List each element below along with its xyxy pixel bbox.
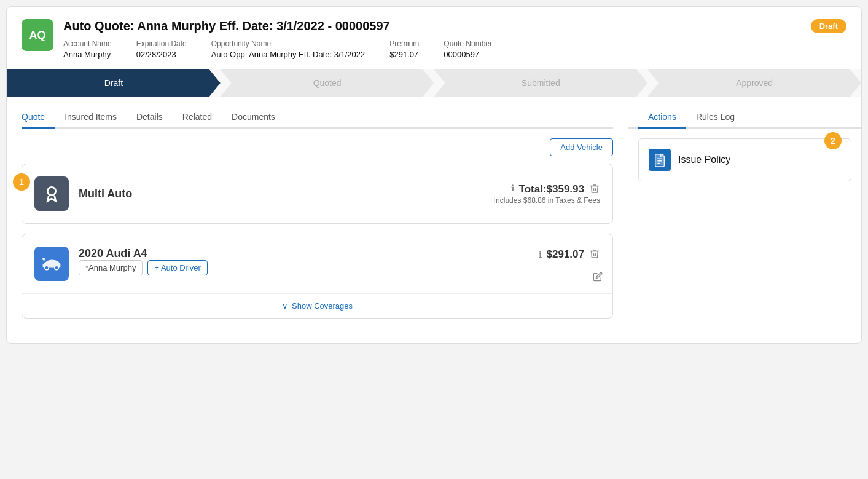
- multi-auto-name: Multi Auto: [79, 188, 484, 200]
- show-coverages-label: Show Coverages: [292, 301, 353, 311]
- audi-icon: [34, 247, 69, 281]
- step-2-badge: 2: [824, 132, 842, 149]
- audi-amount: $291.07: [547, 248, 584, 261]
- issue-policy-button[interactable]: Issue Policy: [638, 138, 851, 181]
- tab-actions[interactable]: Actions: [638, 107, 686, 129]
- multi-auto-header: Multi Auto ℹ Total:$359.93: [22, 164, 612, 223]
- issue-policy-label: Issue Policy: [678, 154, 730, 165]
- svg-point-2: [45, 266, 49, 269]
- multi-auto-total-area: ℹ Total:$359.93 Includes $: [494, 183, 600, 205]
- quote-number-field: Quote Number 00000597: [444, 39, 492, 59]
- tab-details[interactable]: Details: [127, 107, 173, 129]
- right-tabs: Actions Rules Log: [628, 97, 861, 129]
- svg-rect-4: [42, 258, 44, 259]
- page-wrapper: AQ Auto Quote: Anna Murphy Eff. Date: 3/…: [6, 6, 862, 344]
- account-name-label: Account Name: [63, 39, 112, 48]
- progress-bar: Draft Quoted Submitted Approved: [7, 69, 861, 97]
- svg-rect-5: [655, 154, 665, 165]
- audi-name: 2020 Audi A4: [79, 247, 529, 260]
- progress-step-draft[interactable]: Draft: [7, 69, 221, 97]
- expiration-date-field: Expiration Date 02/28/2023: [136, 39, 187, 59]
- header: AQ Auto Quote: Anna Murphy Eff. Date: 3/…: [7, 7, 861, 69]
- expiration-date-value: 02/28/2023: [136, 50, 176, 59]
- audi-header: 2020 Audi A4 *Anna Murphy + Auto Driver …: [22, 234, 612, 293]
- header-fields: Account Name Anna Murphy Expiration Date…: [63, 39, 801, 59]
- audi-info: 2020 Audi A4 *Anna Murphy + Auto Driver: [79, 247, 529, 280]
- svg-point-3: [55, 266, 58, 269]
- account-name-field: Account Name Anna Murphy: [63, 39, 112, 59]
- draft-status-badge: Draft: [811, 19, 846, 33]
- multi-auto-total: Total:$359.93: [519, 183, 584, 196]
- main-layout: Quote Insured Items Details Related Docu…: [7, 97, 861, 343]
- multi-auto-taxes: Includes $68.86 in Taxes & Fees: [494, 196, 600, 205]
- multi-auto-card-wrapper: 1 Multi Auto ℹ: [22, 164, 613, 224]
- multi-auto-delete-icon[interactable]: [589, 183, 600, 196]
- right-panel-content: 2 Issue Policy: [628, 129, 861, 191]
- progress-step-quoted[interactable]: Quoted: [221, 69, 434, 97]
- audi-amount-area: ℹ $291.07: [539, 248, 600, 280]
- premium-field: Premium $291.07: [389, 39, 419, 59]
- right-panel: Actions Rules Log 2: [628, 97, 861, 343]
- issue-policy-icon: [649, 149, 671, 171]
- quote-number-label: Quote Number: [444, 39, 492, 48]
- multi-auto-card: Multi Auto ℹ Total:$359.93: [22, 164, 613, 224]
- add-vehicle-button[interactable]: Add Vehicle: [550, 138, 613, 156]
- issue-policy-wrapper: 2 Issue Policy: [638, 138, 851, 181]
- tab-insured-items[interactable]: Insured Items: [55, 107, 127, 129]
- opportunity-name-label: Opportunity Name: [211, 39, 366, 48]
- progress-step-approved[interactable]: Approved: [647, 69, 861, 97]
- add-vehicle-row: Add Vehicle: [22, 138, 613, 156]
- add-auto-driver-tag[interactable]: + Auto Driver: [147, 260, 208, 275]
- premium-label: Premium: [389, 39, 419, 48]
- premium-value: $291.07: [389, 50, 418, 59]
- page-title: Auto Quote: Anna Murphy Eff. Date: 3/1/2…: [63, 19, 801, 33]
- multi-auto-icon: [34, 176, 69, 211]
- main-content: Quote Insured Items Details Related Docu…: [7, 97, 628, 343]
- show-coverages-button[interactable]: ∨ Show Coverages: [22, 293, 612, 318]
- tab-related[interactable]: Related: [173, 107, 222, 129]
- account-name-value: Anna Murphy: [63, 50, 111, 59]
- car-icon: [42, 254, 61, 274]
- audi-info-icon[interactable]: ℹ: [539, 250, 542, 259]
- tab-quote[interactable]: Quote: [22, 107, 55, 129]
- header-info: Auto Quote: Anna Murphy Eff. Date: 3/1/2…: [63, 19, 801, 59]
- svg-point-0: [47, 187, 55, 195]
- aq-badge: AQ: [22, 19, 53, 51]
- chevron-down-icon: ∨: [282, 301, 288, 311]
- tab-rules-log[interactable]: Rules Log: [686, 107, 745, 129]
- award-icon: [42, 184, 61, 204]
- audi-delete-icon[interactable]: [589, 248, 600, 261]
- audi-tags: *Anna Murphy + Auto Driver: [79, 260, 529, 275]
- driver-tag-anna[interactable]: *Anna Murphy: [79, 260, 143, 275]
- step-1-badge: 1: [13, 173, 30, 191]
- tab-documents[interactable]: Documents: [222, 107, 285, 129]
- progress-step-submitted[interactable]: Submitted: [434, 69, 648, 97]
- multi-auto-info-icon[interactable]: ℹ: [511, 183, 514, 193]
- expiration-date-label: Expiration Date: [136, 39, 187, 48]
- audi-edit-icon[interactable]: [593, 272, 603, 283]
- main-tabs: Quote Insured Items Details Related Docu…: [22, 97, 613, 129]
- opportunity-name-field: Opportunity Name Auto Opp: Anna Murphy E…: [211, 39, 366, 59]
- opportunity-name-value: Auto Opp: Anna Murphy Eff. Date: 3/1/202…: [211, 50, 366, 59]
- quote-number-value: 00000597: [444, 50, 479, 59]
- audi-card: 2020 Audi A4 *Anna Murphy + Auto Driver …: [22, 234, 613, 319]
